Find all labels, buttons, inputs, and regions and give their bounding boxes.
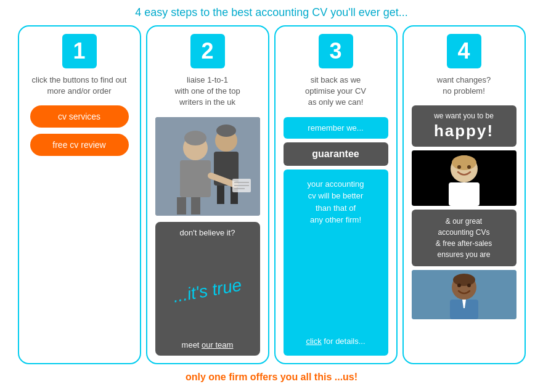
col3-click-link[interactable]: click (306, 337, 321, 346)
col3-remember-box: remember we... (284, 117, 388, 139)
col4-man-image (412, 270, 516, 319)
free-cv-review-button[interactable]: free cv review (30, 134, 129, 156)
col4-gray-text: & our greataccounting CVs& free after-sa… (436, 217, 492, 259)
col3-bottom-box: your accountingcv will be betterthan tha… (284, 169, 388, 356)
col3-click-details: click for details... (290, 335, 382, 348)
svg-point-9 (184, 131, 206, 145)
svg-point-19 (452, 155, 476, 170)
step-1-desc: click the buttons to find out more and/o… (25, 75, 134, 97)
col2-business-image (155, 117, 260, 216)
step-1-number: 1 (62, 34, 97, 68)
svg-point-21 (457, 165, 461, 169)
svg-point-28 (457, 284, 461, 287)
svg-point-25 (453, 274, 475, 286)
col2-meet-team: meet our team (182, 340, 234, 349)
svg-rect-20 (449, 182, 480, 206)
svg-rect-6 (180, 160, 211, 197)
column-2: 2 liaise 1-to-1with one of the topwriter… (146, 25, 269, 364)
column-4: 4 want changes?no problem! we want you t… (402, 25, 526, 364)
step-3-desc: sit back as weoptimise your CVas only we… (305, 75, 366, 108)
col3-body-text: your accountingcv will be betterthan tha… (290, 178, 382, 226)
col4-accounting-cvs-box: & our greataccounting CVs& free after-sa… (412, 210, 516, 266)
header: 4 easy steps to the best accounting CV y… (6, 6, 537, 19)
step-3-number: 3 (319, 34, 353, 68)
col4-woman-image (412, 150, 516, 206)
cv-services-button[interactable]: cv services (30, 105, 129, 128)
step-4-desc: want changes?no problem! (437, 75, 491, 97)
columns-container: 1 click the buttons to find out more and… (6, 25, 537, 364)
step-4-number: 4 (447, 34, 481, 68)
happy-text: happy! (418, 121, 510, 141)
column-1: 1 click the buttons to find out more and… (18, 25, 141, 364)
col3-guarantee-box: guarantee (284, 142, 388, 166)
svg-point-22 (467, 165, 471, 169)
col2-its-true-text: ...it's true (171, 276, 243, 307)
page-title: 4 easy steps to the best accounting CV y… (6, 6, 537, 19)
col2-dont-believe-text: don't believe it? (180, 228, 235, 237)
col4-happy-box: we want you to be happy! (412, 105, 516, 147)
footer-text: only one firm offers you all this ...us! (6, 372, 537, 383)
svg-rect-8 (191, 197, 200, 214)
step-2-number: 2 (190, 34, 225, 68)
col2-bottom-box: don't believe it? ...it's true meet our … (155, 222, 260, 356)
our-team-link[interactable]: our team (202, 340, 233, 349)
column-3: 3 sit back as weoptimise your CVas only … (274, 25, 398, 364)
svg-rect-7 (177, 197, 186, 214)
svg-rect-3 (217, 186, 224, 204)
step-2-desc: liaise 1-to-1with one of the topwriters … (174, 75, 240, 108)
we-want-text: we want you to be (418, 112, 510, 121)
svg-point-29 (467, 284, 471, 287)
svg-point-10 (216, 125, 236, 137)
